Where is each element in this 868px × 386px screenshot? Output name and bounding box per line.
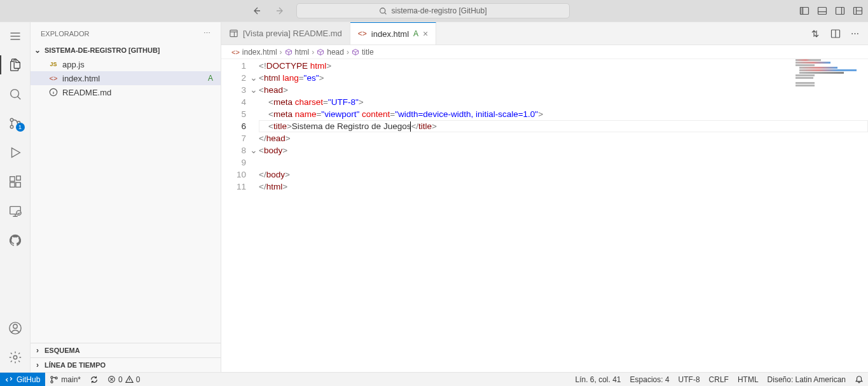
breadcrumb[interactable]: <>index.html›html›head›title — [221, 45, 868, 59]
breadcrumb-item[interactable]: html — [285, 48, 310, 57]
svg-point-7 — [10, 118, 13, 121]
activity-bar: 1 — [0, 22, 31, 372]
breadcrumb-separator: › — [312, 48, 314, 57]
sync-icon — [90, 375, 99, 384]
symbol-icon — [317, 48, 324, 56]
extensions-icon[interactable] — [0, 175, 31, 189]
file-label: index.html — [62, 74, 100, 83]
code-lines[interactable]: <!DOCTYPE html><html lang="es"><head> <m… — [259, 59, 868, 372]
breadcrumb-item[interactable]: head — [317, 48, 344, 57]
status-bar: GitHub main* 0 0 Lín. 6, col. 41 Espacio… — [0, 372, 868, 386]
minimap[interactable] — [796, 59, 859, 110]
remote-indicator[interactable]: GitHub — [0, 373, 45, 386]
file-label: app.js — [62, 60, 85, 69]
breadcrumb-item[interactable]: title — [352, 48, 374, 57]
problems-indicator[interactable]: 0 0 — [103, 375, 144, 384]
search-icon — [379, 7, 387, 15]
breadcrumb-label: head — [327, 48, 344, 57]
notifications-icon[interactable] — [850, 375, 868, 384]
split-editor-icon[interactable] — [830, 29, 841, 39]
encoding[interactable]: UTF-8 — [674, 375, 705, 384]
svg-rect-20 — [230, 30, 237, 36]
compare-changes-icon[interactable] — [810, 29, 820, 39]
search-text: sistema-de-registro [GitHub] — [391, 6, 486, 15]
outline-label: ESQUEMA — [45, 347, 80, 354]
js-icon: JS — [48, 61, 59, 67]
breadcrumb-label: index.html — [242, 48, 277, 57]
editor-tab[interactable]: <>index.htmlA× — [350, 22, 436, 45]
keyboard-layout[interactable]: Diseño: Latin American — [763, 375, 850, 384]
language-mode[interactable]: HTML — [733, 375, 763, 384]
file-item[interactable]: JSapp.js — [31, 57, 221, 71]
symbol-icon — [285, 48, 293, 56]
warning-icon — [125, 375, 134, 383]
tab-bar: [Vista previa] README.md<>index.htmlA× ⋯ — [221, 22, 868, 45]
search-activity-icon[interactable] — [0, 87, 31, 101]
remote-label: GitHub — [17, 375, 40, 384]
git-status-letter: A — [413, 29, 418, 38]
svg-rect-11 — [10, 183, 14, 187]
project-name: SISTEMA-DE-REGISTRO [GITHUB] — [45, 46, 160, 54]
source-control-icon[interactable]: 1 — [0, 116, 31, 130]
html-file-icon: <> — [231, 48, 240, 56]
project-section-header[interactable]: ⌄ SISTEMA-DE-REGISTRO [GITHUB] — [31, 45, 221, 56]
svg-rect-2 — [801, 8, 803, 15]
svg-point-8 — [10, 125, 13, 128]
more-actions-icon[interactable]: ⋯ — [851, 29, 859, 38]
menu-icon[interactable] — [0, 30, 31, 43]
sidebar-more-icon[interactable]: ⋯ — [203, 29, 210, 38]
branch-name: main* — [61, 375, 81, 384]
tab-label: [Vista previa] README.md — [243, 29, 342, 38]
breadcrumb-separator: › — [347, 48, 349, 57]
editor-region: [Vista previa] README.md<>index.htmlA× ⋯… — [221, 22, 868, 372]
close-tab-icon[interactable]: × — [423, 29, 428, 39]
svg-rect-3 — [818, 8, 827, 15]
timeline-section[interactable]: › LÍNEA DE TIEMPO — [31, 357, 221, 372]
settings-gear-icon[interactable] — [0, 350, 31, 364]
layout-controls — [799, 6, 863, 16]
line-gutter: 1234567891011 — [221, 59, 250, 372]
html-file-icon: <> — [358, 29, 367, 38]
run-debug-icon[interactable] — [0, 146, 31, 160]
remote-explorer-icon[interactable] — [0, 204, 31, 218]
branch-indicator[interactable]: main* — [45, 375, 85, 384]
svg-point-23 — [51, 380, 53, 382]
breadcrumb-label: html — [295, 48, 310, 57]
main-area: 1 EXPLORADOR — [0, 22, 868, 372]
editor-tab[interactable]: [Vista previa] README.md — [221, 22, 350, 45]
back-arrow-icon[interactable] — [252, 6, 262, 16]
cursor-position[interactable]: Lín. 6, col. 41 — [570, 375, 625, 384]
preview-icon — [229, 29, 238, 38]
github-icon[interactable] — [0, 233, 31, 247]
file-item[interactable]: <>index.htmlA — [31, 71, 221, 85]
chevron-right-icon: › — [33, 361, 42, 369]
toggle-primary-sidebar-icon[interactable] — [799, 6, 809, 16]
svg-rect-12 — [15, 183, 20, 187]
accounts-icon[interactable] — [0, 321, 31, 335]
html-file-icon: <> — [48, 74, 59, 82]
customize-layout-icon[interactable] — [853, 6, 863, 16]
sync-indicator[interactable] — [85, 375, 103, 384]
symbol-icon — [352, 48, 359, 56]
file-tree: JSapp.js<>index.htmlAREADME.md — [31, 56, 221, 100]
outline-section[interactable]: › ESQUEMA — [31, 343, 221, 357]
file-item[interactable]: README.md — [31, 85, 221, 99]
sidebar-title: EXPLORADOR — [41, 30, 89, 38]
tab-label: index.html — [371, 29, 409, 39]
fold-column: ⌄⌄⌄ — [250, 59, 259, 372]
toggle-secondary-sidebar-icon[interactable] — [835, 6, 845, 16]
chevron-down-icon: ⌄ — [33, 46, 42, 55]
svg-point-0 — [380, 8, 385, 13]
forward-arrow-icon[interactable] — [275, 6, 285, 16]
command-center-search[interactable]: sistema-de-registro [GitHub] — [296, 3, 570, 18]
indentation[interactable]: Espacios: 4 — [626, 375, 674, 384]
code-editor[interactable]: 1234567891011 ⌄⌄⌄ <!DOCTYPE html><html l… — [221, 59, 868, 372]
toggle-panel-icon[interactable] — [817, 6, 827, 16]
error-icon — [107, 375, 116, 383]
eol[interactable]: CRLF — [705, 375, 733, 384]
breadcrumb-item[interactable]: <>index.html — [231, 48, 277, 57]
explorer-icon[interactable] — [0, 58, 31, 72]
git-status-letter: A — [208, 74, 213, 83]
breadcrumb-label: title — [362, 48, 374, 57]
chevron-right-icon: › — [33, 346, 42, 355]
